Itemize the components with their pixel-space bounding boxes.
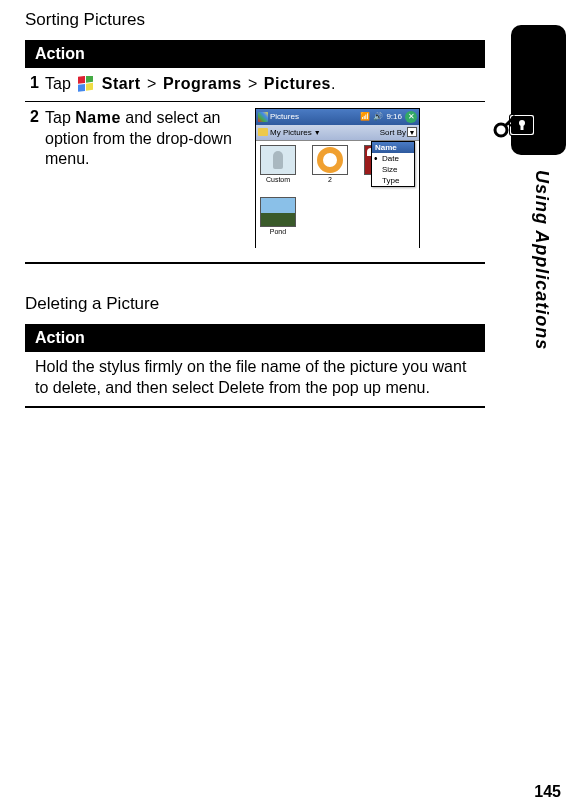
ss-folder-name: My Pictures [270, 128, 312, 137]
folder-icon [258, 128, 268, 136]
step-2-row: 2 Tap Name and select an option from the… [25, 102, 485, 254]
thumb-label-3: Pond [260, 228, 296, 235]
action-header-2: Action [25, 324, 485, 352]
ss-time: 9:16 [386, 112, 402, 121]
svg-rect-1 [86, 76, 93, 83]
side-tab [511, 25, 566, 155]
ss-toolbar: My Pictures ▼ Sort By ▼ [256, 125, 419, 141]
step-1-text: Tap Start > Programs > Pictures. [45, 74, 485, 95]
svg-rect-3 [86, 83, 93, 91]
menu-item-date: Date [372, 153, 414, 164]
step1-prefix: Tap [45, 75, 75, 92]
menu-item-type: Type [372, 175, 414, 186]
step1-start: Start [102, 75, 141, 92]
thumb-custom: Custom [260, 145, 296, 183]
page-number: 145 [534, 783, 561, 801]
windows-start-icon [77, 76, 95, 94]
ss-titlebar: Pictures 📶 🔊 9:16 ✕ [256, 109, 419, 125]
section-heading-deleting: Deleting a Picture [25, 294, 485, 314]
svg-rect-2 [78, 84, 85, 92]
thumb-2: 2 [312, 145, 348, 183]
step-1-num: 1 [25, 74, 45, 92]
divider-1 [25, 262, 485, 264]
section-heading-sorting: Sorting Pictures [25, 10, 485, 30]
lock-key-icon [493, 90, 543, 140]
chevron-down-icon: ▼ [314, 129, 321, 136]
action-header-1: Action [25, 40, 485, 68]
menu-header: Name [372, 142, 414, 153]
gt2: > [248, 75, 257, 92]
step1-dot: . [331, 75, 335, 92]
side-panel: Using Applications [501, 25, 566, 350]
thumb-label-1: 2 [312, 176, 348, 183]
signal-icon: 📶 [360, 112, 370, 121]
step-2-text: Tap Name and select an option from the d… [45, 108, 245, 248]
ss-title: Pictures [270, 112, 299, 121]
windows-flag-icon [258, 112, 268, 122]
sort-menu: Name Date Size Type [371, 141, 415, 187]
step2-name: Name [75, 109, 121, 126]
pda-screenshot: Pictures 📶 🔊 9:16 ✕ My Pictures ▼ [255, 108, 420, 248]
close-icon: ✕ [405, 111, 417, 123]
step-2-num: 2 [25, 108, 45, 126]
thumb-label-0: Custom [260, 176, 296, 183]
delete-action-body: Hold the stylus firmly on the file name … [25, 352, 485, 409]
speaker-icon: 🔊 [373, 112, 383, 121]
thumb-pond: Pond [260, 197, 296, 235]
ss-sortby-label: Sort By [380, 128, 406, 137]
step-1-row: 1 Tap Start > Programs > Pictures. [25, 68, 485, 102]
step1-pictures: Pictures [264, 75, 331, 92]
svg-rect-0 [78, 76, 85, 84]
gt1: > [147, 75, 156, 92]
side-label: Using Applications [531, 170, 552, 350]
ss-body: Custom 2 101 Pond [256, 141, 419, 249]
dropdown-icon: ▼ [407, 127, 417, 137]
step1-programs: Programs [163, 75, 242, 92]
step2-prefix: Tap [45, 109, 75, 126]
svg-rect-8 [521, 123, 524, 130]
menu-item-size: Size [372, 164, 414, 175]
